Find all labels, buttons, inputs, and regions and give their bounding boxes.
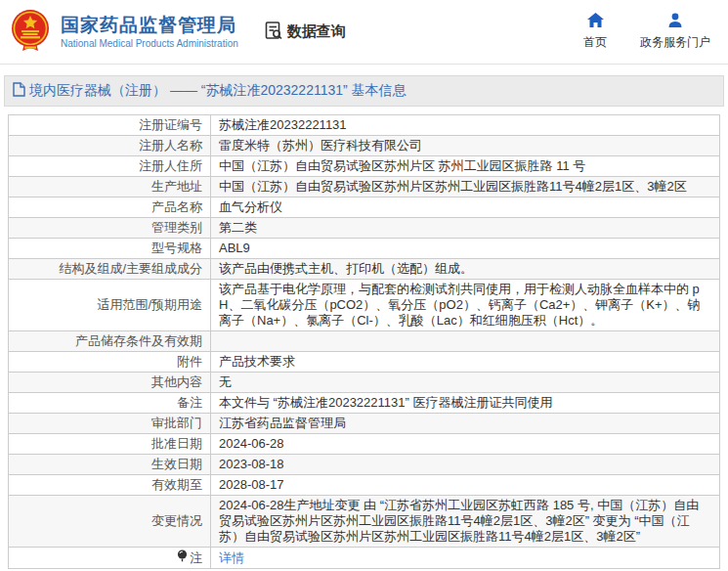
- row-label: 附件: [9, 352, 211, 373]
- table-row: 注册人住所 中国（江苏）自由贸易试验区苏州片区 苏州工业园区振胜路 11 号: [9, 156, 720, 177]
- row-value: 血气分析仪: [211, 198, 720, 218]
- nav-home-label: 首页: [583, 34, 607, 51]
- row-label: 变更情况: [9, 496, 211, 548]
- detail-link[interactable]: 详情: [219, 550, 244, 565]
- table-row: 注册人名称 雷度米特（苏州）医疗科技有限公司: [9, 136, 720, 156]
- row-label: 批准日期: [9, 434, 211, 455]
- table-row: 备注 本文件与 “苏械注准20232221131” 医疗器械注册证共同使用: [9, 393, 720, 414]
- row-value: 2024-06-28生产地址变更 由 “江苏省苏州工业园区苏虹西路 185 号,…: [211, 496, 720, 548]
- table-row: 产品储存条件及有效期: [9, 331, 720, 352]
- registration-info-table: 注册证编号 苏械注准20232221131 注册人名称 雷度米特（苏州）医疗科技…: [8, 114, 720, 569]
- table-row: 注册证编号 苏械注准20232221131: [9, 115, 720, 136]
- row-value: ABL9: [211, 239, 720, 259]
- table-row: 产品名称 血气分析仪: [9, 198, 720, 218]
- page-title-bar: 境内医疗器械（注册） —— “苏械注准20232221131” 基本信息: [4, 75, 724, 107]
- user-icon: [667, 13, 683, 34]
- row-value: 该产品基于电化学原理，与配套的检测试剂共同使用，用于检测人动脉全血样本中的 pH…: [211, 280, 720, 331]
- row-value: [211, 331, 720, 352]
- row-label: 注册证编号: [9, 115, 211, 136]
- page-title: 境内医疗器械（注册） —— “苏械注准20232221131” 基本信息: [29, 82, 407, 100]
- row-value: 雷度米特（苏州）医疗科技有限公司: [211, 136, 720, 156]
- org-name-cn: 国家药品监督管理局: [61, 14, 238, 37]
- row-value: 产品技术要求: [211, 352, 720, 373]
- document-search-icon: [264, 21, 287, 44]
- national-emblem-icon: [8, 8, 53, 57]
- table-row: 审批部门 江苏省药品监督管理局: [9, 414, 720, 434]
- note-icon: [177, 549, 188, 566]
- row-value: 无: [211, 373, 720, 393]
- row-label: 产品名称: [9, 198, 211, 218]
- data-query-label: 数据查询: [287, 22, 346, 41]
- row-label: 注册人住所: [9, 156, 211, 177]
- table-row: 型号规格 ABL9: [9, 239, 720, 259]
- row-label: 适用范围/预期用途: [9, 280, 211, 331]
- table-row-note: 注 详情: [9, 548, 720, 569]
- nav-portal[interactable]: 政务服务门户: [640, 13, 710, 51]
- row-label: 生产地址: [9, 177, 211, 198]
- org-title-block: 国家药品监督管理局 National Medical Products Admi…: [61, 14, 238, 50]
- row-label: 结构及组成/主要组成成分: [9, 259, 211, 280]
- page-icon: [13, 82, 29, 101]
- row-label: 型号规格: [9, 239, 211, 259]
- org-name-en: National Medical Products Administration: [61, 37, 238, 50]
- row-label: 其他内容: [9, 373, 211, 393]
- header-nav: 首页 政务服务门户: [583, 13, 710, 51]
- table-row: 结构及组成/主要组成成分 该产品由便携式主机、打印机（选配）组成。: [9, 259, 720, 280]
- table-row: 其他内容 无: [9, 373, 720, 393]
- row-label: 注: [190, 550, 202, 566]
- nav-data-query[interactable]: 数据查询: [264, 21, 346, 44]
- table-row: 管理类别 第二类: [9, 218, 720, 239]
- row-label: 生效日期: [9, 455, 211, 475]
- row-value: 2024-06-28: [211, 434, 720, 455]
- table-row: 批准日期 2024-06-28: [9, 434, 720, 455]
- table-row: 附件 产品技术要求: [9, 352, 720, 373]
- row-value: 本文件与 “苏械注准20232221131” 医疗器械注册证共同使用: [211, 393, 720, 414]
- row-value: 第二类: [211, 218, 720, 239]
- nav-home[interactable]: 首页: [583, 13, 607, 51]
- row-value: 苏械注准20232221131: [211, 115, 720, 136]
- site-header: 国家药品监督管理局 National Medical Products Admi…: [0, 0, 728, 65]
- home-icon: [587, 13, 604, 34]
- row-value: 中国（江苏）自由贸易试验区苏州片区 苏州工业园区振胜路 11 号: [211, 156, 720, 177]
- row-value: 2023-08-18: [211, 455, 720, 475]
- table-row: 生产地址 中国（江苏）自由贸易试验区苏州片区苏州工业园区振胜路11号4幢2层1区…: [9, 177, 720, 198]
- row-label: 产品储存条件及有效期: [9, 331, 211, 352]
- row-label: 管理类别: [9, 218, 211, 239]
- table-row: 适用范围/预期用途 该产品基于电化学原理，与配套的检测试剂共同使用，用于检测人动…: [9, 280, 720, 331]
- row-label: 备注: [9, 393, 211, 414]
- row-label: 有效期至: [9, 475, 211, 496]
- row-value: 2028-08-17: [211, 475, 720, 496]
- table-row: 生效日期 2023-08-18: [9, 455, 720, 475]
- row-value: 江苏省药品监督管理局: [211, 414, 720, 434]
- table-row: 变更情况 2024-06-28生产地址变更 由 “江苏省苏州工业园区苏虹西路 1…: [9, 496, 720, 548]
- row-value: 该产品由便携式主机、打印机（选配）组成。: [211, 259, 720, 280]
- table-row: 有效期至 2028-08-17: [9, 475, 720, 496]
- nav-portal-label: 政务服务门户: [640, 34, 710, 51]
- row-value: 中国（江苏）自由贸易试验区苏州片区苏州工业园区振胜路11号4幢2层1区、3幢2区: [211, 177, 720, 198]
- row-label: 注册人名称: [9, 136, 211, 156]
- row-label: 审批部门: [9, 414, 211, 434]
